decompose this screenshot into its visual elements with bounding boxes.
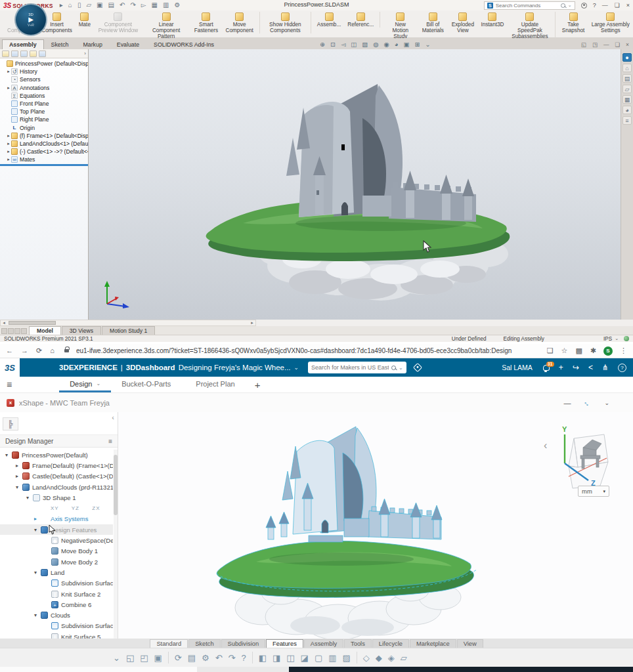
notifications[interactable]: 31 (543, 365, 550, 371)
search-commands-input[interactable] (496, 3, 558, 9)
feature-tree-item[interactable]: Front Plane (0, 100, 88, 108)
restore-icon[interactable]: ❏ (615, 2, 620, 9)
sweep-icon[interactable]: ▱ (401, 654, 407, 662)
share-nodes-icon[interactable]: < (588, 364, 593, 371)
dropdown-caret-icon[interactable]: ⌄ (425, 41, 430, 48)
feature-tree-item[interactable]: ◔ Sensors (0, 75, 88, 83)
design-tree-item[interactable]: ∥ Knit Surface 5 (0, 631, 113, 639)
feature-tree-item[interactable]: LandAndClouds<1> (Default<<D (0, 140, 88, 148)
xshape-ribbon-tab[interactable]: Sketch (188, 639, 220, 648)
configurationmanager-tab-icon[interactable] (20, 51, 28, 57)
tree-scrollbar[interactable] (114, 450, 118, 639)
extension-icon[interactable]: ▩ (575, 347, 582, 354)
sw-3d-viewport[interactable] (89, 49, 621, 320)
sw-command-tab[interactable]: Assembly (2, 39, 44, 49)
new-content-icon[interactable]: ◱ (126, 654, 134, 662)
command-search[interactable]: S ⌄ (484, 1, 575, 10)
pinned-extension-icon[interactable]: ✱ (590, 347, 596, 354)
feature-tree-item[interactable]: L Origin (0, 124, 88, 132)
knit-icon[interactable]: ◇ (363, 654, 370, 662)
ribbon-button[interactable]: Update SpeedPak Subassemblies (507, 12, 556, 40)
design-tree-item[interactable]: PrincessPower(Default) (0, 450, 113, 460)
dx-search-input[interactable] (311, 364, 389, 371)
ribbon-button[interactable]: Component Preview Window (94, 12, 142, 33)
redo-icon[interactable]: ↷ (229, 654, 236, 662)
propertymanager-tab-icon[interactable] (11, 51, 18, 57)
shell-icon[interactable]: ◪ (301, 654, 309, 662)
displaymanager-tab-icon[interactable] (39, 51, 46, 57)
design-tree-item[interactable]: ◍ Subdivision Surface 4 (0, 621, 113, 631)
dashboard-tab[interactable]: Bucket-O-Parts (111, 377, 185, 392)
xshape-ribbon-tab[interactable]: Features (266, 639, 303, 648)
ribbon-button[interactable]: Assemb... (314, 12, 344, 28)
tree-tab-icon[interactable]: ╠ (3, 417, 18, 430)
dashboard-tab[interactable]: Project Plan (185, 377, 249, 392)
panel-collapse-icon[interactable]: ‹ (112, 413, 114, 421)
minimize-doc-icon[interactable]: — (603, 42, 609, 48)
chevron-down-icon[interactable]: ⌄ (604, 400, 609, 406)
restore-doc-icon[interactable]: ❏ (615, 42, 620, 48)
ribbon-button[interactable]: Move Component (222, 12, 259, 33)
expand-arrow-icon[interactable] (14, 473, 20, 479)
expand-arrow-icon[interactable] (6, 157, 11, 162)
feature-tree-item[interactable]: Top Plane (0, 108, 88, 116)
dashboard-title-caret-icon[interactable]: ⌄ (294, 364, 299, 371)
design-library-icon[interactable]: ▦ (622, 95, 632, 104)
url-bar[interactable]: eu1-ifwe.3dexperience.3ds.com/?ticket=ST… (76, 347, 540, 354)
home-icon[interactable]: ⌂ (622, 64, 632, 72)
expand-arrow-icon[interactable] (33, 516, 38, 522)
ssl-lock-icon[interactable] (64, 349, 69, 352)
previous-view-icon[interactable]: ◅ (341, 41, 345, 48)
folder-icon[interactable]: ▱ (622, 85, 632, 93)
panel-menu-icon[interactable]: ≡ (108, 438, 112, 445)
zoom-area-icon[interactable]: ⊡ (330, 41, 336, 48)
scroll-left-icon[interactable]: ◂ (1, 320, 7, 326)
ribbon-button[interactable]: Smart Fasteners (190, 12, 222, 33)
zoom-fit-icon[interactable]: ⊕ (320, 41, 325, 48)
forward-icon[interactable]: → (21, 347, 28, 354)
share-forward-icon[interactable]: ↪ (573, 364, 579, 371)
feature-tree-item[interactable]: ↺ History (0, 68, 88, 75)
xshape-ribbon-tab[interactable]: Standard (150, 639, 188, 648)
expand-arrow-icon[interactable] (14, 484, 20, 490)
feature-tree-item[interactable]: ∞ Mates (0, 156, 88, 163)
expand-arrow-icon[interactable] (6, 133, 11, 138)
design-tree-item[interactable]: Castle(Default) (Castle<1>(Default)) (0, 471, 113, 482)
xshape-ribbon-tab[interactable]: Lifecycle (372, 639, 409, 648)
3dexperience-icon[interactable]: ● (622, 53, 632, 62)
manage-icon[interactable]: ▤ (188, 654, 196, 662)
tile-icon[interactable]: ◳ (592, 42, 598, 48)
select-icon[interactable]: ▻ (141, 1, 146, 10)
scrollbar-thumb[interactable] (9, 321, 56, 325)
user-account-icon[interactable] (581, 3, 587, 9)
split-face-icon[interactable]: ◧ (259, 654, 267, 662)
mirror-icon[interactable]: ▥ (328, 654, 336, 662)
hamburger-icon[interactable]: ≡ (7, 379, 12, 390)
search-caret-icon[interactable]: ⌄ (568, 3, 572, 8)
model-tab[interactable]: 3D Views (62, 326, 101, 335)
appearances-icon[interactable]: ◕ (622, 106, 632, 114)
units-caret-icon[interactable]: ⌄ (615, 336, 619, 341)
sw-command-tab[interactable]: Evaluate (110, 39, 146, 49)
xshape-3d-viewport[interactable]: ‹ Y Z mm ▾ (118, 412, 633, 639)
search-icon[interactable] (561, 3, 565, 8)
tab-nav-buttons[interactable] (1, 328, 27, 334)
help-icon[interactable]: ? (593, 2, 596, 9)
view-cube[interactable]: Y Z (549, 424, 615, 490)
edit-appearance-icon[interactable]: ◕ (395, 41, 399, 48)
ribbon-button[interactable]: Mate (76, 12, 94, 28)
add-tab-button[interactable]: + (255, 379, 261, 390)
ribbon-button[interactable]: Referenc... (344, 12, 380, 28)
expand-icon[interactable]: ↔ (582, 397, 593, 408)
design-tree-item[interactable]: Axis Systems (0, 514, 113, 524)
search-icon[interactable] (391, 366, 396, 370)
view-settings-icon[interactable]: ⊞ (415, 41, 420, 48)
ribbon-button[interactable]: Large Assembly Settings (588, 12, 633, 33)
undo-icon[interactable]: ↶ (215, 654, 223, 662)
dimxpertmanager-tab-icon[interactable] (30, 51, 37, 57)
file-properties-icon[interactable]: ▥ (163, 1, 169, 10)
dx-help-icon[interactable]: ? (618, 364, 626, 372)
toolbar-caret-icon[interactable]: ⌄ (113, 654, 120, 662)
design-tree-item[interactable]: Move Body 1 (0, 546, 113, 556)
browser-menu-icon[interactable]: ⋮ (620, 347, 627, 354)
